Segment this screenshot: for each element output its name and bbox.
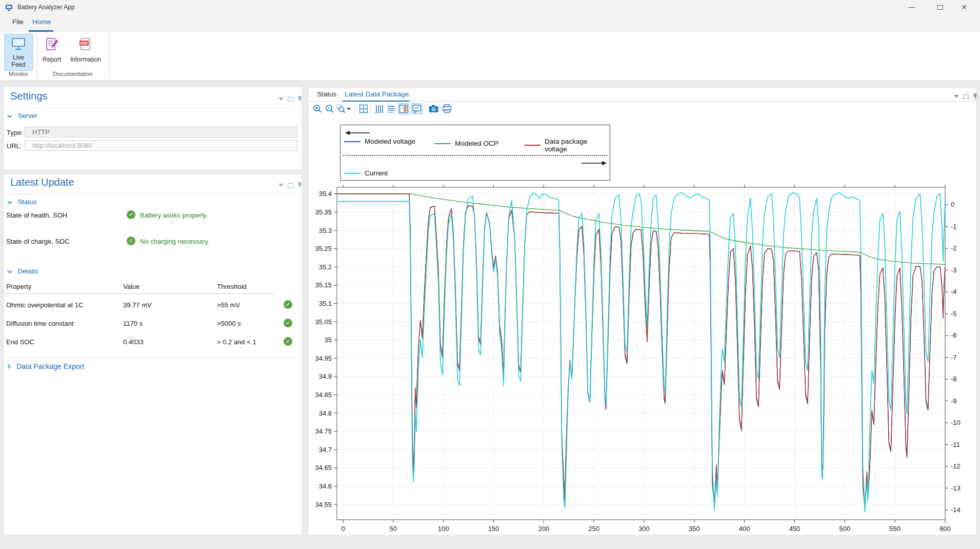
close-button[interactable]: ✕ bbox=[952, 0, 976, 14]
report-label: Report bbox=[37, 56, 66, 63]
svg-text:250: 250 bbox=[588, 525, 599, 533]
live-feed-label-1: Live bbox=[13, 54, 24, 61]
graphics-panel-controls bbox=[954, 93, 977, 100]
chevron-right-icon bbox=[7, 362, 11, 370]
svg-text:450: 450 bbox=[789, 525, 801, 533]
svg-text:600: 600 bbox=[939, 525, 951, 533]
svg-text:-13: -13 bbox=[951, 484, 961, 492]
live-feed-button[interactable]: Live Feed bbox=[4, 34, 33, 71]
section-data-package-export[interactable]: Data Package Export bbox=[7, 362, 84, 370]
section-details[interactable]: Details bbox=[7, 267, 38, 275]
svg-text:35.1: 35.1 bbox=[319, 300, 332, 307]
ribbon-group-monitor: Monitor bbox=[0, 71, 37, 77]
legend-current: Current bbox=[344, 169, 388, 177]
svg-text:34.8: 34.8 bbox=[319, 409, 332, 417]
right-axis-arrow-icon bbox=[581, 160, 607, 166]
col-threshold: Threshold bbox=[217, 283, 247, 290]
panel-menu-icon[interactable] bbox=[278, 184, 284, 187]
soc-check-icon: ✓ bbox=[127, 237, 135, 245]
svg-text:34.7: 34.7 bbox=[319, 446, 332, 454]
svg-text:0: 0 bbox=[951, 201, 954, 208]
row2-value: 1170 s bbox=[123, 320, 143, 327]
x-grid-icon bbox=[374, 104, 384, 113]
minimize-button[interactable]: — bbox=[900, 0, 924, 14]
col-property: Property bbox=[6, 283, 31, 290]
svg-text:-7: -7 bbox=[951, 354, 957, 361]
panel-pin-icon[interactable] bbox=[297, 182, 302, 189]
monitor-icon bbox=[11, 37, 26, 51]
svg-text:200: 200 bbox=[538, 525, 549, 533]
maximize-button[interactable] bbox=[928, 0, 952, 14]
zoom-in-button[interactable] bbox=[312, 103, 323, 114]
settings-title: Settings bbox=[10, 90, 47, 102]
panel-menu-icon[interactable] bbox=[954, 95, 959, 98]
svg-text:-2: -2 bbox=[951, 244, 957, 252]
title-bar: Battery Analyzer App — ✕ bbox=[0, 0, 980, 14]
modeled-ocp-swatch bbox=[434, 143, 451, 144]
svg-text:35.25: 35.25 bbox=[315, 245, 332, 252]
svg-text:-9: -9 bbox=[951, 397, 957, 405]
zoom-box-icon bbox=[336, 104, 346, 113]
snapshot-button[interactable] bbox=[428, 103, 439, 114]
camera-icon bbox=[429, 105, 438, 113]
zoom-box-button[interactable] bbox=[335, 103, 347, 114]
information-label: Information bbox=[69, 56, 102, 63]
battery-chart[interactable]: 35.435.3535.335.2535.235.1535.135.053534… bbox=[309, 184, 976, 535]
tab-file[interactable]: File bbox=[12, 18, 24, 26]
pdf-badge-text: PDF bbox=[81, 42, 88, 45]
svg-text:34.9: 34.9 bbox=[319, 372, 332, 380]
tooltip-icon bbox=[412, 104, 422, 113]
tab-latest-data-package[interactable]: Latest Data Package bbox=[345, 90, 409, 98]
ribbon-separator bbox=[109, 33, 109, 78]
panel-pin-icon[interactable] bbox=[297, 95, 302, 103]
toolbar-separator bbox=[355, 105, 355, 113]
panel-float-icon[interactable] bbox=[288, 183, 293, 188]
zoom-extents-button[interactable] bbox=[358, 103, 369, 114]
soc-message: No charging necessary. bbox=[140, 238, 210, 245]
information-button[interactable]: PDF Information bbox=[69, 34, 103, 71]
url-label: URL: bbox=[7, 142, 22, 150]
modeled-voltage-swatch bbox=[344, 141, 361, 142]
section-status[interactable]: Status bbox=[7, 198, 36, 206]
tab-home[interactable]: Home bbox=[32, 18, 51, 26]
divider bbox=[5, 194, 295, 194]
toolbar-separator bbox=[425, 105, 425, 113]
live-feed-label-2: Feed bbox=[11, 61, 25, 68]
row3-property: End SOC bbox=[6, 338, 34, 346]
svg-text:35.35: 35.35 bbox=[315, 208, 332, 216]
legend-divider bbox=[343, 155, 607, 156]
row1-check-icon: ✓ bbox=[284, 300, 292, 309]
status-strip bbox=[0, 535, 980, 549]
col-value: Value bbox=[123, 283, 139, 290]
svg-text:-4: -4 bbox=[951, 288, 957, 296]
svg-text:-1: -1 bbox=[951, 223, 957, 230]
row1-value: 39.77 mV bbox=[123, 301, 152, 309]
print-button[interactable] bbox=[441, 103, 452, 114]
svg-text:35.4: 35.4 bbox=[319, 190, 332, 198]
panel-menu-icon[interactable] bbox=[278, 97, 284, 101]
url-input[interactable]: http://localhost:8080 bbox=[25, 140, 297, 151]
report-button[interactable]: Report bbox=[37, 34, 67, 71]
svg-text:400: 400 bbox=[739, 525, 750, 533]
row3-threshold: > 0.2 and < 1 bbox=[217, 338, 256, 346]
legend-toggle-button[interactable] bbox=[398, 103, 409, 114]
svg-text:-10: -10 bbox=[951, 419, 961, 426]
panel-float-icon[interactable] bbox=[963, 94, 969, 99]
section-server[interactable]: Server bbox=[7, 112, 37, 120]
panel-float-icon[interactable] bbox=[288, 97, 293, 102]
data-package-voltage-swatch bbox=[525, 145, 541, 146]
zoom-dropdown-button[interactable] bbox=[346, 103, 352, 114]
soc-label: State of charge, SOC bbox=[6, 238, 70, 245]
x-grid-button[interactable] bbox=[373, 103, 385, 114]
legend-data-package-voltage: Data package voltage bbox=[525, 138, 610, 153]
y-grid-button[interactable] bbox=[386, 103, 397, 114]
tab-status[interactable]: Status bbox=[317, 90, 336, 98]
type-select[interactable]: HTTP bbox=[25, 127, 297, 138]
zoom-out-icon bbox=[325, 104, 334, 113]
row3-value: 0.4033 bbox=[123, 338, 144, 346]
chevron-down-icon bbox=[7, 112, 12, 120]
table-header-rule bbox=[5, 293, 276, 294]
plot-tooltip-button[interactable] bbox=[411, 103, 423, 114]
panel-pin-icon[interactable] bbox=[973, 93, 977, 100]
zoom-out-button[interactable] bbox=[324, 103, 335, 114]
